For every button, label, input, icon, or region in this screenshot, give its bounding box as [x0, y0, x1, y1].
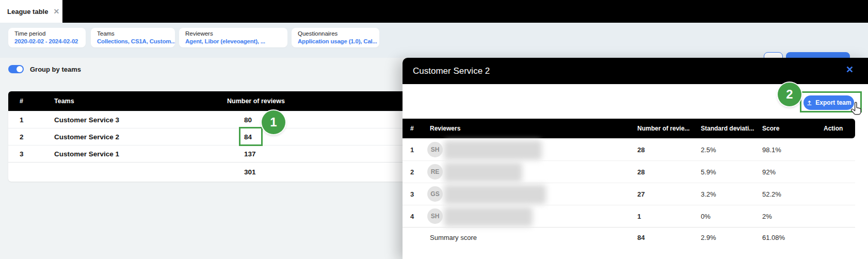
col-standard-deviation: Standard deviati...	[701, 125, 754, 132]
row-reviews: 28	[637, 168, 645, 176]
row-rank: 3	[20, 150, 24, 158]
league-table-screen: League table ✕ Time period 2020-02-02 - …	[0, 0, 868, 259]
panel-close-icon[interactable]: ✕	[846, 65, 854, 74]
col-score: Score	[762, 125, 779, 132]
filter-chip-reviewers[interactable]: Reviewers Agent, Libor (eleveoagent), ..…	[179, 28, 287, 47]
row-rank: 2	[20, 133, 24, 141]
toggle-knob	[17, 66, 23, 72]
filter-bar: Time period 2020-02-02 - 2024-02-02 Team…	[0, 23, 868, 58]
avatar: RE	[427, 164, 443, 180]
reviewers-table-header: # Reviewers Number of revie... Standard …	[403, 119, 855, 138]
row-std: 0%	[701, 213, 711, 220]
row-reviews: 80	[244, 116, 252, 124]
row-score: 92%	[762, 168, 776, 176]
row-std: 2.5%	[701, 146, 716, 154]
redacted-reviewer-name	[444, 207, 533, 226]
row-score: 52.2%	[762, 190, 781, 198]
chip-value: 2020-02-02 - 2024-02-02	[14, 38, 79, 45]
col-number-of-reviews: Number of revie...	[637, 125, 689, 132]
row-std: 3.2%	[701, 190, 716, 198]
chip-label: Questionnaires	[298, 30, 373, 38]
col-rank: #	[410, 125, 414, 132]
reviewer-row[interactable]: 3 GS 27 3.2% 52.2%	[403, 183, 855, 205]
row-rank: 4	[410, 213, 414, 220]
avatar: SH	[427, 142, 443, 157]
row-reviews: 137	[244, 150, 256, 158]
filter-chip-questionnaires[interactable]: Questionnaires Application usage (1.0), …	[292, 28, 379, 47]
chip-value: Collections, CS1A, Custom...	[97, 38, 169, 45]
filter-chip-teams[interactable]: Teams Collections, CS1A, Custom...	[91, 28, 175, 47]
group-by-teams-row: Group by teams	[8, 65, 81, 73]
tab-title: League table	[7, 8, 48, 15]
export-team-label: Export team	[815, 99, 851, 106]
export-team-button[interactable]: Export team	[803, 95, 854, 110]
row-rank: 1	[410, 146, 414, 154]
tab-close-icon[interactable]: ✕	[53, 8, 59, 15]
col-rank: #	[20, 98, 23, 105]
chip-value: Application usage (1.0), Cal...	[298, 38, 373, 45]
panel-header: Customer Service 2 ✕	[403, 58, 868, 84]
col-action: Action	[824, 125, 843, 132]
col-reviewers: Reviewers	[430, 125, 460, 132]
col-teams: Teams	[54, 98, 74, 105]
redacted-reviewer-name	[444, 140, 542, 160]
tab-league-table[interactable]: League table ✕	[0, 0, 62, 23]
reviewer-row[interactable]: 4 SH 1 0% 2%	[403, 205, 855, 227]
total-reviews: 301	[244, 168, 256, 176]
annotation-step-2-badge: 2	[778, 83, 801, 106]
row-rank: 2	[410, 168, 414, 176]
avatar: SH	[427, 208, 443, 224]
summary-score-row: Summary score 84 2.9% 61.08%	[403, 227, 855, 247]
chip-label: Reviewers	[185, 30, 281, 38]
row-reviews: 84	[244, 133, 252, 141]
hand-cursor-icon	[849, 101, 864, 118]
row-rank: 3	[410, 190, 414, 198]
reviewers-table: # Reviewers Number of revie... Standard …	[403, 119, 855, 247]
row-reviews: 27	[637, 190, 645, 198]
upload-icon	[806, 100, 813, 106]
redacted-reviewer-name	[444, 185, 546, 204]
chip-value: Agent, Libor (eleveoagent), ...	[185, 38, 281, 45]
row-reviews: 1	[637, 213, 641, 220]
redacted-reviewer-name	[444, 163, 522, 182]
row-rank: 1	[20, 116, 24, 124]
reviewer-row[interactable]: 2 RE 28 5.9% 92%	[403, 160, 855, 183]
group-by-teams-label: Group by teams	[30, 66, 81, 73]
summary-reviews: 84	[637, 234, 645, 241]
row-std: 5.9%	[701, 168, 716, 176]
filter-chip-time-period[interactable]: Time period 2020-02-02 - 2024-02-02	[8, 28, 86, 47]
annotation-step-1-badge: 1	[262, 110, 285, 134]
summary-std: 2.9%	[701, 234, 716, 241]
chip-label: Time period	[14, 30, 79, 38]
col-number-of-reviews: Number of reviews	[227, 98, 285, 105]
panel-title: Customer Service 2	[413, 66, 490, 76]
reviewer-row[interactable]: 1 SH 28 2.5% 98.1%	[403, 138, 855, 160]
row-team: Customer Service 3	[54, 116, 119, 124]
row-score: 2%	[762, 213, 772, 220]
tab-bar: League table ✕	[0, 0, 868, 23]
row-team: Customer Service 2	[54, 133, 119, 141]
row-team: Customer Service 1	[54, 150, 119, 158]
row-score: 98.1%	[762, 146, 781, 154]
summary-score: 61.08%	[762, 234, 785, 241]
group-by-teams-toggle[interactable]	[8, 65, 24, 73]
avatar: GS	[427, 186, 443, 202]
chip-label: Teams	[97, 30, 169, 38]
summary-label: Summary score	[430, 234, 477, 241]
row-reviews: 28	[637, 146, 645, 154]
